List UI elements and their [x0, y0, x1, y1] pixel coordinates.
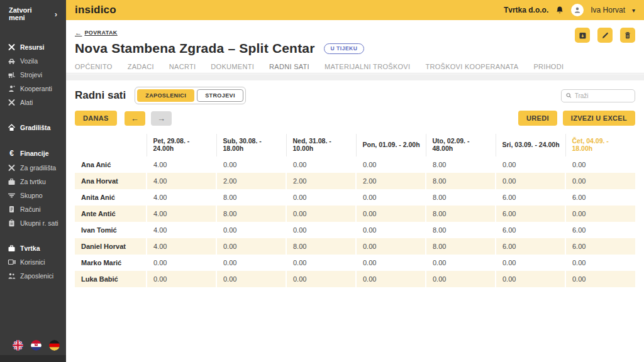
hours-cell: 6.00	[496, 238, 565, 255]
arrow-left-icon: ←	[131, 114, 139, 123]
tools-icon	[8, 164, 16, 172]
filter-lines-icon	[8, 192, 16, 199]
sidebar-item-skupno[interactable]: Skupno	[0, 189, 66, 202]
hours-cell: 8.00	[426, 238, 496, 255]
hours-cell: 8.00	[426, 156, 496, 173]
hours-cell: 0.00	[286, 206, 356, 222]
sidebar-collapse-button[interactable]: Zatvori meni ›	[0, 0, 66, 29]
user-name[interactable]: Iva Horvat	[591, 6, 625, 14]
sidebar-item-label: Skupno	[20, 192, 43, 199]
back-link[interactable]: ← POVRATAK	[75, 29, 118, 36]
archive-button[interactable]	[575, 28, 590, 43]
employee-name: Ana Horvat	[75, 173, 147, 189]
project-header: ← POVRATAK Nova Stambena Zgrada – Split …	[66, 20, 644, 74]
column-header: Ned, 31.08. - 10.00h	[286, 134, 356, 156]
hours-cell: 8.00	[426, 222, 496, 238]
document-icon	[8, 206, 16, 213]
edit-button[interactable]	[597, 28, 613, 43]
flag-german[interactable]	[49, 340, 60, 351]
toggle-strojevi[interactable]: STROJEVI	[197, 89, 243, 102]
flag-english[interactable]	[13, 340, 23, 351]
hours-cell: 0.00	[286, 255, 356, 271]
sidebar-item-gradilista[interactable]: Gradilišta	[0, 121, 66, 134]
sidebar-item-label: Za tvrtku	[20, 178, 46, 185]
sidebar-item-label: Zaposlenici	[20, 272, 53, 280]
export-excel-button[interactable]: IZVEZI U EXCEL	[563, 111, 635, 126]
uk-flag-icon	[13, 340, 23, 351]
hours-cell: 2.00	[286, 173, 356, 189]
hours-cell: 0.00	[356, 206, 426, 222]
sidebar-item-za-gradilista[interactable]: Za gradilišta	[0, 161, 66, 175]
search-input[interactable]	[575, 92, 630, 99]
employee-name: Anita Anić	[75, 189, 147, 206]
hours-cell: 0.00	[496, 255, 565, 271]
archive-icon	[579, 31, 587, 40]
sidebar-item-vozila[interactable]: Vozila	[0, 54, 66, 68]
sidebar-item-label: Računi	[20, 206, 41, 213]
pencil-icon	[601, 31, 609, 40]
table-row: Daniel Horvat 4.00 0.00 8.00 0.00 8.00 6…	[75, 238, 635, 255]
edit-hours-button[interactable]: UREDI	[518, 111, 557, 126]
hours-cell: 0.00	[426, 255, 496, 271]
hours-cell: 4.00	[147, 189, 216, 206]
chevron-down-icon[interactable]: ▾	[632, 7, 635, 14]
status-badge: U TIJEKU	[324, 43, 365, 54]
column-header: Sri, 03.09. - 24.00h	[496, 134, 565, 156]
app-logo[interactable]: insidico	[75, 4, 116, 16]
prev-week-button[interactable]: ←	[125, 111, 145, 126]
sidebar-item-tvrtka[interactable]: Tvrtka	[0, 241, 66, 255]
tools-icon	[8, 99, 16, 106]
sidebar-item-alati[interactable]: Alati	[0, 96, 66, 109]
work-hours-section: Radni sati ZAPOSLENICI STROJEVI DANAS ← …	[66, 80, 644, 362]
table-row: Marko Marić 0.00 0.00 0.00 0.00 0.00 0.0…	[75, 255, 635, 271]
trash-icon	[624, 31, 631, 40]
column-header: Uto, 02.09. - 48.00h	[426, 134, 496, 156]
delete-button[interactable]	[620, 28, 635, 43]
sidebar-item-korisnici[interactable]: Korisnici	[0, 255, 66, 269]
hours-cell: 0.00	[496, 156, 565, 173]
today-button[interactable]: DANAS	[75, 111, 117, 126]
hours-cell: 0.00	[286, 156, 356, 173]
sidebar-group-gradilista: Gradilišta	[0, 121, 66, 134]
bell-icon[interactable]	[555, 6, 564, 15]
table-row: Ana Horvat 4.00 2.00 2.00 2.00 8.00 0.00…	[75, 173, 635, 189]
sidebar-item-racuni[interactable]: Računi	[0, 202, 66, 216]
next-week-button[interactable]: →	[151, 111, 172, 126]
section-title: Radni sati	[75, 89, 126, 102]
germany-flag-icon	[49, 340, 60, 351]
sidebar-item-label: Strojevi	[20, 71, 42, 79]
euro-icon: €	[8, 149, 16, 158]
hours-cell: 0.00	[356, 271, 426, 287]
employee-name: Luka Babić	[75, 271, 147, 287]
hours-cell: 0.00	[356, 255, 426, 271]
forklift-icon	[8, 71, 16, 79]
sidebar-item-financije[interactable]: € Financije	[0, 146, 66, 161]
croatia-flag-icon	[31, 340, 42, 351]
hours-cell: 0.00	[565, 206, 635, 222]
table-row: Anita Anić 4.00 8.00 0.00 0.00 8.00 6.00…	[75, 189, 635, 206]
sidebar-group-resursi: Resursi Vozila Strojevi Kooperanti Alati	[0, 40, 66, 109]
toggle-zaposlenici[interactable]: ZAPOSLENICI	[137, 89, 194, 102]
hours-cell: 0.00	[286, 189, 356, 206]
sidebar-item-kooperanti[interactable]: Kooperanti	[0, 82, 66, 96]
hours-cell: 0.00	[565, 173, 635, 189]
sidebar-item-ukupni-r-sati[interactable]: Ukupni r. sati	[0, 216, 66, 230]
avatar[interactable]	[571, 4, 584, 16]
hours-cell: 0.00	[286, 271, 356, 287]
company-name: Tvrtka d.o.o.	[504, 6, 548, 14]
topbar-right: Tvrtka d.o.o. Iva Horvat ▾	[504, 4, 635, 16]
sidebar-item-za-tvrtku[interactable]: Za tvrtku	[0, 175, 66, 189]
topbar: insidico Tvrtka d.o.o. Iva Horvat ▾	[66, 0, 644, 20]
sidebar-item-resursi[interactable]: Resursi	[0, 40, 66, 54]
flag-croatian[interactable]	[31, 340, 42, 351]
column-header: Sub, 30.08. - 18.00h	[216, 134, 286, 156]
hours-cell: 0.00	[565, 255, 635, 271]
section-divider	[66, 74, 644, 80]
sidebar-item-zaposlenici[interactable]: Zaposlenici	[0, 269, 66, 283]
sidebar: Zatvori meni › Resursi Vozila Strojevi K…	[0, 0, 66, 362]
hours-cell: 0.00	[216, 222, 286, 238]
monitor-icon	[8, 258, 16, 266]
sidebar-item-strojevi[interactable]: Strojevi	[0, 68, 66, 82]
table-row: Ana Anić 4.00 0.00 0.00 0.00 8.00 0.00 0…	[75, 156, 635, 173]
hours-cell: 0.00	[216, 271, 286, 287]
